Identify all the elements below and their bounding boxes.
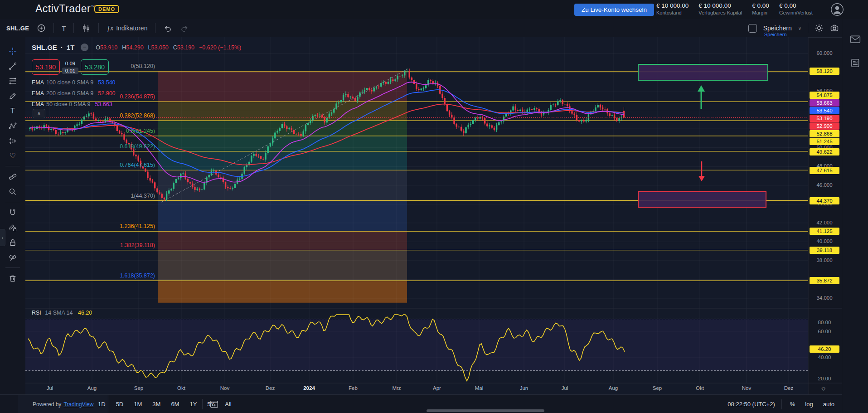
price-tag[interactable]: 51.245 <box>810 138 839 145</box>
fib-level-label: 0.382(52.868) <box>0 112 155 119</box>
auto-scale-button[interactable]: auto <box>821 400 836 408</box>
ema-row: EMA200 close 0 SMA 952.900 <box>32 88 116 99</box>
price-tag[interactable]: 54.875 <box>810 92 839 99</box>
save-button[interactable]: Speichern <box>763 24 792 32</box>
time-axis-label: Okt <box>171 385 191 391</box>
axis-settings-icon[interactable]: ☼ <box>820 384 827 392</box>
legend-symbol[interactable]: SHL.GE <box>32 44 57 51</box>
clock[interactable]: 08:22:50 (UTC+2) <box>727 401 775 408</box>
mail-icon[interactable] <box>850 34 861 44</box>
ruler-icon[interactable] <box>5 169 20 184</box>
hide-drawings-icon[interactable] <box>5 250 20 265</box>
price-tag[interactable]: 49.622 <box>810 148 839 155</box>
symbol-button[interactable]: SHL.GE <box>6 25 29 32</box>
rsi-axis-label: 80.00 <box>810 320 839 325</box>
gear-icon[interactable] <box>815 24 824 33</box>
bid-ask-panel: 53.190 0.09 0.01 53.280 <box>32 59 109 75</box>
price-tag[interactable]: 41.125 <box>810 228 839 235</box>
ohlc-change: −0.620 (−1.15%) <box>199 44 241 51</box>
stat-value: € 0.00 <box>779 2 813 9</box>
buy-button[interactable]: 53.280 <box>81 59 109 75</box>
collapse-legend-button[interactable]: ∧ <box>33 109 45 118</box>
price-tag[interactable]: 35.872 <box>810 277 839 284</box>
ema-name: EMA <box>32 101 44 107</box>
camera-icon[interactable] <box>830 24 839 33</box>
emoji-icon[interactable]: ♡ <box>5 148 20 163</box>
chevron-down-icon[interactable]: ∨ <box>798 26 801 31</box>
divider <box>73 23 74 33</box>
rsi-axis-label: 20.00 <box>810 376 839 381</box>
price-tag[interactable]: 58.120 <box>810 68 839 75</box>
ema-row: EMA100 close 0 SMA 953.540 <box>32 77 116 88</box>
stat-label: Gewinn/Verlust <box>779 10 813 15</box>
time-axis-label: Mrz <box>387 385 407 391</box>
news-icon[interactable] <box>850 58 861 68</box>
account-stat: € 0.00Margin <box>752 2 769 15</box>
ohlc-key: C <box>173 44 177 51</box>
price-tag[interactable]: 53.190 <box>810 115 839 122</box>
fib-level-label: 0.764(47.615) <box>0 162 155 168</box>
price-axis-label: 46.000 <box>810 182 839 188</box>
fib-level-label: 0.618(49.622) <box>0 143 155 150</box>
range-button-3m[interactable]: 3M <box>150 400 162 408</box>
fib-retracement-icon[interactable] <box>5 73 20 88</box>
save-tooltip: Speichern <box>764 32 787 37</box>
add-symbol-icon[interactable] <box>37 24 46 33</box>
range-button-1y[interactable]: 1Y <box>188 400 199 408</box>
minus-badge-icon[interactable]: − <box>81 44 88 51</box>
undo-icon[interactable] <box>163 24 172 33</box>
account-stat: € 0.00Gewinn/Verlust <box>779 2 813 15</box>
price-tag[interactable]: 39.118 <box>810 247 839 254</box>
save-checkbox[interactable] <box>748 24 757 33</box>
magnet-icon[interactable] <box>5 205 20 220</box>
range-button-1d[interactable]: 1D <box>96 400 107 408</box>
crosshair-icon[interactable] <box>5 44 20 58</box>
range-button-6m[interactable]: 6M <box>169 400 181 408</box>
account-stat: € 10 000.00Kontostand <box>656 2 689 15</box>
sell-button[interactable]: 53.190 <box>32 59 60 75</box>
time-axis-label: Dez <box>260 385 280 391</box>
range-button-1m[interactable]: 1M <box>132 400 144 408</box>
time-axis-label: Aug <box>82 385 102 391</box>
redo-icon[interactable] <box>180 24 189 33</box>
range-button-all[interactable]: All <box>223 400 233 408</box>
expand-panel-handle[interactable]: › <box>0 229 5 246</box>
ohlc-value: 53.050 <box>151 44 169 51</box>
rsi-value-tag[interactable]: 46.20 <box>810 345 839 353</box>
switch-to-live-button[interactable]: Zu Live-Konto wechseln <box>574 4 654 16</box>
chart-type-icon[interactable] <box>82 24 91 33</box>
fib-level-label: 1.618(35.872) <box>0 272 155 279</box>
fib-level-label: 1.236(41.125) <box>0 223 155 229</box>
ema-params: 200 close 0 SMA 9 <box>46 90 93 97</box>
ohlc-value: 53.190 <box>177 44 194 51</box>
legend-interval[interactable]: 1T <box>67 44 75 51</box>
ohlc-item: C53.190 <box>173 44 194 51</box>
time-axis-label: Jul <box>555 385 575 391</box>
range-button-5d[interactable]: 5D <box>114 400 126 408</box>
text-tool-button[interactable]: T <box>62 24 66 32</box>
tradingview-link[interactable]: TradingView <box>63 401 93 408</box>
goto-date-icon[interactable] <box>209 399 219 409</box>
time-axis-label: Dez <box>779 385 799 391</box>
ema-legend: EMA100 close 0 SMA 953.540EMA200 close 0… <box>32 77 116 110</box>
percent-scale-button[interactable]: % <box>788 400 797 408</box>
horizontal-scrollbar-thumb[interactable] <box>427 409 544 412</box>
price-axis-label: 38.000 <box>810 258 839 263</box>
price-tag[interactable]: 53.540 <box>810 107 839 114</box>
price-tag[interactable]: 52.868 <box>810 130 839 137</box>
log-scale-button[interactable]: log <box>803 400 815 408</box>
indicators-button[interactable]: ƒx Indikatoren <box>107 24 147 32</box>
price-tag[interactable]: 53.663 <box>810 99 839 107</box>
fib-level-label: 1.382(39.118) <box>0 242 155 248</box>
ohlc-key: H <box>122 44 126 51</box>
price-tag[interactable]: 47.615 <box>810 167 839 174</box>
stat-value: € 0.00 <box>752 2 769 9</box>
time-axis-label: Okt <box>690 385 710 391</box>
avatar[interactable] <box>830 3 844 16</box>
powered-by: Powered by TradingView <box>18 395 108 413</box>
time-axis-label: Sep <box>129 385 149 391</box>
stat-value: € 10 000.00 <box>698 2 742 9</box>
price-tag[interactable]: 52.900 <box>810 122 839 130</box>
price-tag[interactable]: 44.370 <box>810 197 839 204</box>
ohlc-item: L53.050 <box>148 44 169 51</box>
